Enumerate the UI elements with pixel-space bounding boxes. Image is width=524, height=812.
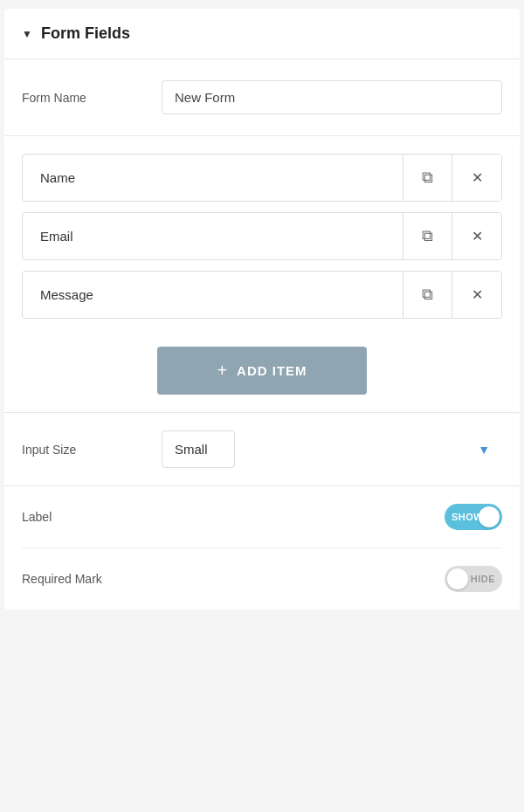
close-icon: [472, 227, 483, 245]
fields-section: Name Email Message: [4, 136, 520, 338]
copy-message-button[interactable]: [403, 272, 452, 318]
input-size-row: Input Size Small Medium Large: [4, 412, 520, 486]
required-mark-toggle-row: Required Mark HIDE: [22, 548, 502, 609]
form-name-row: Form Name: [4, 59, 520, 136]
field-row-name: Name: [22, 154, 502, 202]
remove-email-button[interactable]: [452, 213, 501, 259]
copy-name-button[interactable]: [403, 155, 452, 201]
add-item-label: ADD ITEM: [237, 363, 307, 378]
label-toggle-track: SHOW: [445, 504, 502, 530]
close-icon: [472, 169, 483, 187]
form-fields-panel: ▼ Form Fields Form Name Name Email: [4, 9, 520, 609]
label-toggle-row: Label SHOW: [22, 486, 502, 548]
input-size-select[interactable]: Small Medium Large: [162, 430, 235, 468]
field-label-name: Name: [23, 155, 403, 201]
required-mark-toggle-off-text: HIDE: [471, 574, 495, 584]
close-icon: [472, 286, 483, 304]
collapse-icon[interactable]: ▼: [22, 28, 32, 40]
copy-icon: [422, 227, 433, 245]
plus-icon: [217, 361, 228, 381]
section-title: Form Fields: [41, 24, 130, 43]
add-item-button[interactable]: ADD ITEM: [157, 347, 367, 395]
field-row-email: Email: [22, 212, 502, 260]
remove-message-button[interactable]: [452, 272, 501, 318]
label-toggle-switch[interactable]: SHOW: [445, 504, 502, 530]
field-label-message: Message: [23, 272, 403, 318]
required-mark-toggle-switch[interactable]: HIDE: [445, 566, 502, 592]
form-name-input[interactable]: [162, 80, 502, 114]
copy-icon: [422, 286, 433, 304]
copy-icon: [422, 169, 433, 187]
remove-name-button[interactable]: [452, 155, 501, 201]
input-size-label: Input Size: [22, 443, 162, 457]
add-item-container: ADD ITEM: [4, 338, 520, 412]
field-row-message: Message: [22, 271, 502, 319]
copy-email-button[interactable]: [403, 213, 452, 259]
field-label-email: Email: [23, 213, 403, 259]
toggle-section: Label SHOW Required Mark HIDE: [4, 486, 520, 609]
required-mark-toggle-track: HIDE: [445, 566, 502, 592]
required-mark-label: Required Mark: [22, 572, 445, 586]
label-toggle-label: Label: [22, 510, 445, 524]
input-size-select-wrapper: Small Medium Large: [162, 430, 502, 468]
label-toggle-thumb: [479, 506, 500, 527]
required-mark-toggle-thumb: [447, 568, 468, 589]
form-name-label: Form Name: [22, 91, 162, 105]
section-header: ▼ Form Fields: [4, 9, 520, 59]
